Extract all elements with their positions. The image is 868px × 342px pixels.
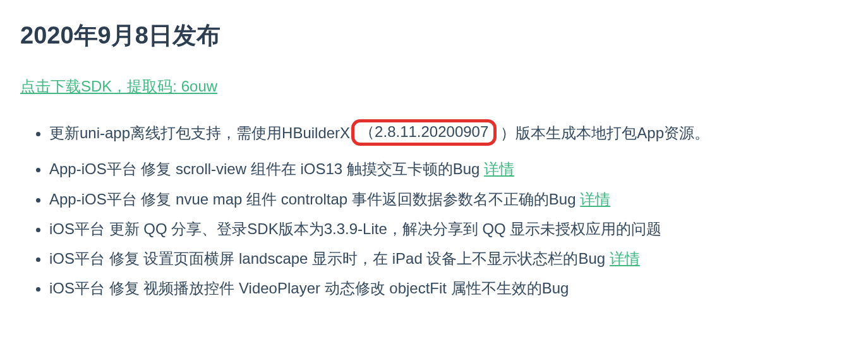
list-item: iOS平台 修复 视频播放控件 VideoPlayer 动态修改 objectF… <box>49 280 848 296</box>
list-item: App-iOS平台 修复 nvue map 组件 controltap 事件返回… <box>49 191 848 207</box>
detail-link[interactable]: 详情 <box>610 250 640 267</box>
version-highlight-box: （2.8.11.20200907 <box>351 119 497 146</box>
note-text-tail: ）版本生成本地打包App资源。 <box>500 124 709 141</box>
detail-link[interactable]: 详情 <box>484 160 514 177</box>
note-text: iOS平台 更新 QQ 分享、登录SDK版本为3.3.9-Lite，解决分享到 … <box>49 220 661 237</box>
list-item: App-iOS平台 修复 scroll-view 组件在 iOS13 触摸交互卡… <box>49 161 848 177</box>
note-text: iOS平台 修复 视频播放控件 VideoPlayer 动态修改 objectF… <box>49 280 569 297</box>
note-text: iOS平台 修复 设置页面横屏 landscape 显示时，在 iPad 设备上… <box>49 250 610 267</box>
detail-link[interactable]: 详情 <box>580 191 610 208</box>
note-text: 更新uni-app离线打包支持，需使用HBuilderX <box>49 124 350 141</box>
release-notes-list: 更新uni-app离线打包支持，需使用HBuilderX（2.8.11.2020… <box>20 121 848 296</box>
note-text: App-iOS平台 修复 nvue map 组件 controltap 事件返回… <box>49 191 580 208</box>
version-number: 2.8.11.20200907 <box>375 123 488 140</box>
list-item: 更新uni-app离线打包支持，需使用HBuilderX（2.8.11.2020… <box>49 121 848 147</box>
list-item: iOS平台 修复 设置页面横屏 landscape 显示时，在 iPad 设备上… <box>49 251 848 266</box>
version-paren-open: （ <box>359 123 375 140</box>
release-title: 2020年9月8日发布 <box>20 15 848 56</box>
note-text: App-iOS平台 修复 scroll-view 组件在 iOS13 触摸交互卡… <box>49 160 484 177</box>
download-sdk-link[interactable]: 点击下载SDK，提取码: 6ouw <box>20 74 217 100</box>
list-item: iOS平台 更新 QQ 分享、登录SDK版本为3.3.9-Lite，解决分享到 … <box>49 221 848 237</box>
